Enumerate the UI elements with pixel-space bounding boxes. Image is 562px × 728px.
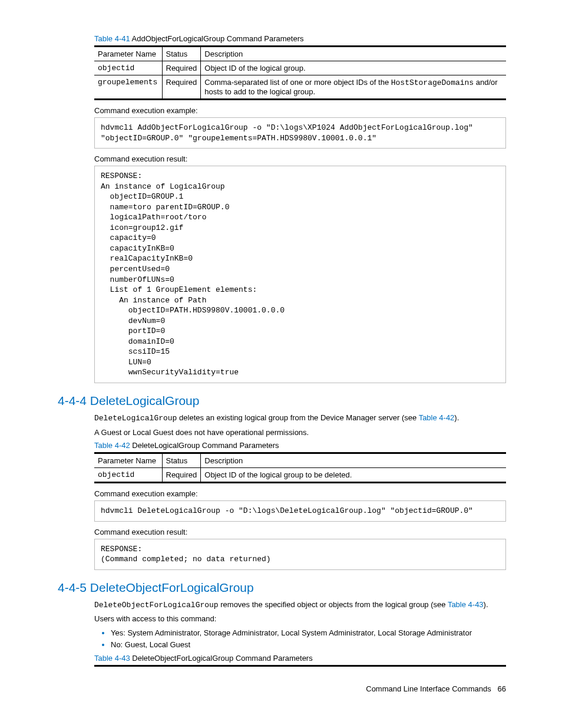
section-heading-4-4-4: 4-4-4 DeleteLogicalGroup <box>58 394 506 408</box>
code-block-delete-result: RESPONSE: (Command completed; no data re… <box>94 539 506 570</box>
table-title: DeleteObjectForLogicalGroup Command Para… <box>130 654 313 663</box>
cell-param: objectid <box>94 468 162 483</box>
cell-desc: Comma-separated list of one or more obje… <box>201 75 506 100</box>
header-param: Parameter Name <box>94 47 162 61</box>
list-item: Yes: System Administrator, Storage Admin… <box>111 628 506 638</box>
table-4-42: Parameter Name Status Description object… <box>94 452 506 483</box>
table-number: Table 4-43 <box>94 654 130 663</box>
table-4-41: Parameter Name Status Description object… <box>94 45 506 100</box>
section-body: DeleteObjectForLogicalGroup removes the … <box>94 599 506 611</box>
code-block-add-example: hdvmcli AddObjectForLogicalGroup -o "D:\… <box>94 117 506 149</box>
cell-status: Required <box>162 75 201 100</box>
section-body: A Guest or Local Guest does not have ope… <box>94 427 506 438</box>
header-status: Status <box>162 453 201 468</box>
header-desc: Description <box>201 47 506 61</box>
table-row: groupelements Required Comma-separated l… <box>94 75 506 100</box>
section-body: Users with access to this command: <box>94 614 506 624</box>
xref-table-4-43[interactable]: Table 4-43 <box>448 600 484 609</box>
table-caption-4-41: Table 4-41 AddObjectForLogicalGroup Comm… <box>94 34 506 43</box>
xref-table-4-42[interactable]: Table 4-42 <box>419 413 455 422</box>
header-param: Parameter Name <box>94 453 162 468</box>
table-top-border <box>94 665 506 667</box>
list-item: No: Guest, Local Guest <box>111 640 506 650</box>
code-block-delete-example: hdvmcli DeleteLogicalGroup -o "D:\logs\D… <box>94 500 506 522</box>
page-footer: Command Line Interface Commands 66 <box>58 684 506 693</box>
table-title: AddObjectForLogicalGroup Command Paramet… <box>130 34 304 43</box>
cell-status: Required <box>162 468 201 483</box>
cell-desc: Object ID of the logical group. <box>201 61 506 75</box>
table-row: objectid Required Object ID of the logic… <box>94 61 506 75</box>
table-row: objectid Required Object ID of the logic… <box>94 468 506 483</box>
exec-example-label: Command execution example: <box>94 106 506 115</box>
table-caption-4-42: Table 4-42 DeleteLogicalGroup Command Pa… <box>94 441 506 450</box>
page-number: 66 <box>498 684 506 693</box>
exec-example-label: Command execution example: <box>94 489 506 498</box>
table-caption-4-43: Table 4-43 DeleteObjectForLogicalGroup C… <box>94 654 506 663</box>
cell-status: Required <box>162 61 201 75</box>
table-header-row: Parameter Name Status Description <box>94 47 506 61</box>
code-block-add-result: RESPONSE: An instance of LogicalGroup ob… <box>94 166 506 383</box>
cell-param: groupelements <box>94 75 162 100</box>
header-status: Status <box>162 47 201 61</box>
exec-result-label: Command execution result: <box>94 528 506 536</box>
section-body: DeleteLogicalGroup deletes an existing l… <box>94 413 506 424</box>
table-number: Table 4-42 <box>94 441 130 450</box>
table-number: Table 4-41 <box>94 34 130 43</box>
cell-param: objectid <box>94 61 162 75</box>
section-heading-4-4-5: 4-4-5 DeleteObjectForLogicalGroup <box>58 581 506 595</box>
header-desc: Description <box>201 453 506 468</box>
access-list: Yes: System Administrator, Storage Admin… <box>94 628 506 650</box>
table-title: DeleteLogicalGroup Command Parameters <box>130 441 279 450</box>
cell-desc: Object ID of the logical group to be del… <box>201 468 506 483</box>
table-header-row: Parameter Name Status Description <box>94 453 506 468</box>
exec-result-label: Command execution result: <box>94 154 506 163</box>
